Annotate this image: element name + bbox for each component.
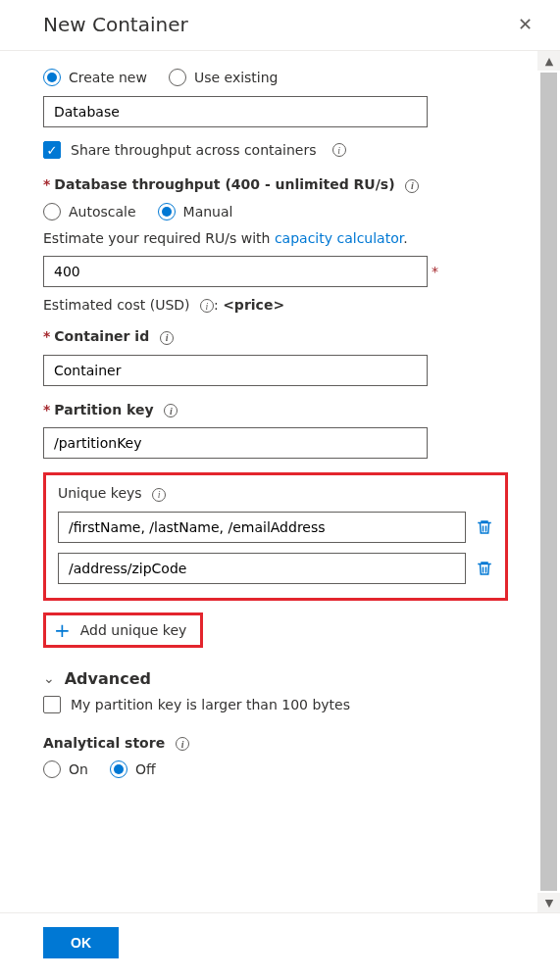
estimated-cost-row: Estimated cost (USD) i: <price>: [43, 297, 527, 314]
large-pk-label: My partition key is larger than 100 byte…: [71, 697, 350, 712]
panel-title: New Container: [43, 13, 188, 36]
share-throughput-label: Share throughput across containers: [71, 142, 317, 158]
ok-button[interactable]: OK: [43, 927, 119, 958]
required-marker: *: [43, 176, 50, 192]
unique-keys-section: Unique keys i: [43, 472, 508, 601]
info-icon[interactable]: i: [160, 331, 174, 345]
close-button[interactable]: ✕: [512, 10, 538, 38]
partition-key-label: *Partition key i: [43, 402, 527, 418]
estimated-cost-value: <price>: [223, 297, 284, 313]
unique-key-row: [58, 512, 493, 543]
panel-footer: OK: [0, 912, 560, 980]
partition-key-input[interactable]: [43, 427, 428, 459]
info-icon[interactable]: i: [405, 179, 419, 193]
panel-body[interactable]: Create new Use existing ✓ Share throughp…: [0, 51, 536, 912]
delete-key-button[interactable]: [476, 518, 493, 536]
use-existing-radio[interactable]: Use existing: [169, 69, 279, 86]
unique-key-input[interactable]: [58, 553, 466, 584]
info-icon[interactable]: i: [200, 299, 214, 313]
capacity-hint: Estimate your required RU/s with capacit…: [43, 230, 527, 246]
radio-icon: [169, 69, 186, 86]
advanced-label: Advanced: [65, 669, 151, 688]
create-new-label: Create new: [69, 70, 147, 85]
plus-icon: +: [54, 620, 71, 640]
radio-icon: [43, 203, 61, 220]
add-unique-key-label: Add unique key: [80, 622, 187, 638]
add-unique-key-button[interactable]: + Add unique key: [43, 612, 203, 648]
unique-key-row: [58, 553, 493, 584]
advanced-toggle[interactable]: ⌄ Advanced: [43, 669, 527, 688]
autoscale-label: Autoscale: [69, 204, 136, 220]
analytical-off-radio[interactable]: Off: [110, 760, 156, 778]
scrollbar-thumb[interactable]: [540, 73, 557, 891]
analytical-store-row: On Off: [43, 760, 527, 778]
chevron-down-icon: ⌄: [43, 670, 55, 686]
radio-icon: [43, 760, 61, 778]
analytical-on-label: On: [69, 761, 88, 777]
delete-key-button[interactable]: [476, 560, 493, 577]
analytical-store-label: Analytical store i: [43, 735, 527, 752]
create-new-radio[interactable]: Create new: [43, 69, 147, 86]
analytical-off-label: Off: [135, 761, 156, 777]
large-pk-row[interactable]: My partition key is larger than 100 byte…: [43, 696, 527, 713]
throughput-label: *Database throughput (400 - unlimited RU…: [43, 176, 527, 193]
database-mode-row: Create new Use existing: [43, 69, 527, 86]
throughput-mode-row: Autoscale Manual: [43, 203, 527, 220]
autoscale-radio[interactable]: Autoscale: [43, 203, 136, 220]
info-icon[interactable]: i: [332, 143, 346, 157]
required-marker: *: [43, 328, 50, 344]
radio-icon: [158, 203, 176, 220]
database-name-input[interactable]: [43, 96, 428, 127]
required-marker: *: [43, 402, 50, 417]
panel-header: New Container ✕: [0, 0, 560, 51]
unique-key-input[interactable]: [58, 512, 466, 543]
scroll-down-arrow[interactable]: ▼: [537, 893, 560, 912]
manual-label: Manual: [183, 204, 233, 220]
info-icon[interactable]: i: [176, 737, 189, 751]
radio-icon: [110, 760, 127, 778]
analytical-on-radio[interactable]: On: [43, 760, 88, 778]
scroll-up-arrow[interactable]: ▲: [537, 51, 560, 71]
checkbox-icon: ✓: [43, 141, 61, 159]
radio-icon: [43, 69, 61, 86]
info-icon[interactable]: i: [152, 488, 166, 502]
scrollbar[interactable]: ▲ ▼: [536, 51, 560, 912]
container-id-label: *Container id i: [43, 328, 527, 345]
container-id-input[interactable]: [43, 355, 428, 386]
capacity-calculator-link[interactable]: capacity calculator: [275, 230, 403, 246]
new-container-panel: New Container ✕ Create new Use existing …: [0, 0, 560, 980]
unique-keys-label: Unique keys i: [58, 485, 493, 502]
share-throughput-row[interactable]: ✓ Share throughput across containers i: [43, 141, 527, 159]
checkbox-icon: [43, 696, 61, 713]
manual-radio[interactable]: Manual: [158, 203, 233, 220]
info-icon[interactable]: i: [164, 404, 178, 417]
use-existing-label: Use existing: [194, 70, 279, 85]
required-marker: *: [432, 264, 438, 279]
throughput-input[interactable]: [43, 256, 428, 287]
